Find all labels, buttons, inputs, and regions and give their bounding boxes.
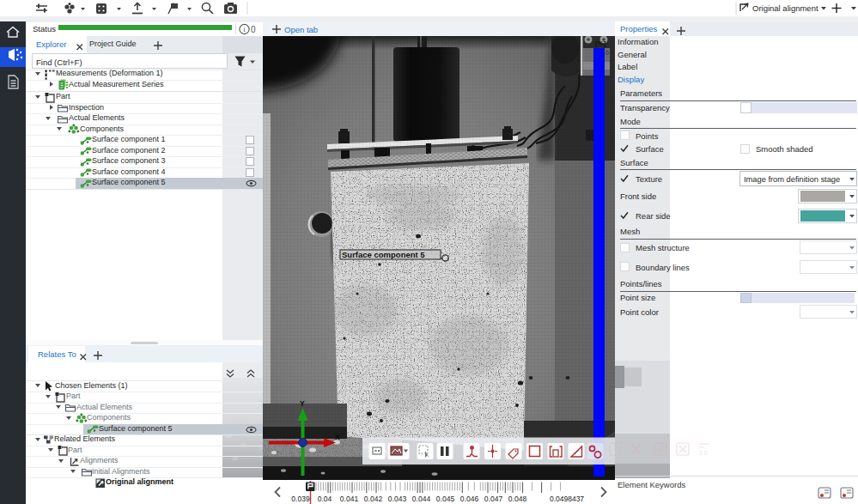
svg-text:Y: Y <box>300 399 305 408</box>
svg-text:0.045: 0.045 <box>436 495 455 503</box>
svg-text:0: 0 <box>251 25 256 34</box>
svg-text:0.0498437: 0.0498437 <box>550 495 584 503</box>
svg-text:0.042: 0.042 <box>364 495 383 503</box>
svg-text:0.046: 0.046 <box>460 495 479 503</box>
svg-text:i: i <box>243 25 246 33</box>
svg-text:0.048: 0.048 <box>508 495 527 503</box>
svg-text:1.0: 1.0 <box>699 450 708 456</box>
svg-text:X: X <box>335 433 340 441</box>
svg-text:[%]: [%] <box>595 39 606 47</box>
svg-text:0.044: 0.044 <box>412 495 431 503</box>
svg-text:Original alignment: Original alignment <box>752 3 818 13</box>
svg-text:0.047: 0.047 <box>484 495 503 503</box>
svg-text:0.043: 0.043 <box>388 495 407 503</box>
svg-text:0.041: 0.041 <box>340 495 359 503</box>
svg-text:0.039: 0.039 <box>291 495 310 503</box>
svg-text:Surface component 5: Surface component 5 <box>342 250 425 259</box>
svg-text:0.04: 0.04 <box>318 495 332 503</box>
